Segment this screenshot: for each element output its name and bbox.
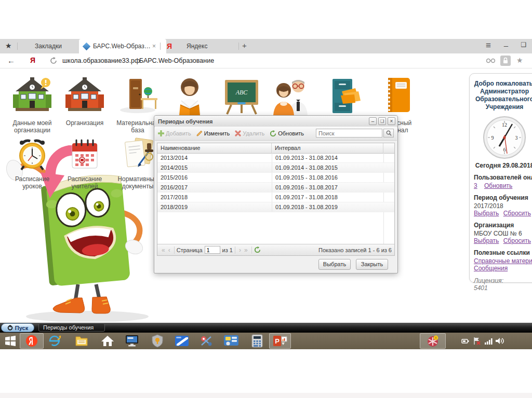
organization-select-link[interactable]: Выбрать [474, 237, 499, 244]
tray-antivirus-icon[interactable]: ! [420, 333, 446, 349]
file-explorer-icon[interactable] [74, 333, 89, 349]
period-heading: Период обучения [474, 194, 532, 201]
tile-archive[interactable] [319, 76, 369, 120]
yandex-logo[interactable]: Я [30, 56, 35, 64]
window-minimize-button[interactable]: – [500, 41, 512, 50]
address-bar[interactable]: ← Я школа.образование33.рф БАРС.Web-Обра… [0, 53, 532, 68]
tile-staff[interactable] [267, 77, 317, 119]
dialog-maximize-button[interactable]: ❑ [378, 117, 386, 125]
tile-lesson-schedule[interactable]: Расписание уроков [7, 138, 57, 190]
tab-bookmarks[interactable]: Закладки [18, 39, 79, 53]
select-button[interactable]: Выбрать [318, 259, 351, 270]
tile-pupils[interactable] [165, 76, 215, 120]
yandex-browser-icon[interactable] [20, 333, 44, 349]
analog-clock: 12369 [482, 115, 527, 160]
cell-interval: 01.09.2013 - 31.08.2014 [272, 153, 383, 162]
reference-materials-link[interactable]: Справочные материалы [474, 257, 532, 265]
dialog-toolbar: Добавить Изменить Удалить Обновить [155, 127, 397, 141]
tray-battery-icon[interactable] [460, 333, 471, 349]
dialog-title-bar[interactable]: Периоды обучения [154, 116, 397, 127]
svg-text:3: 3 [515, 135, 518, 141]
journal-notebook-icon [377, 76, 418, 115]
table-row[interactable]: 2013/2014 01.09.2013 - 31.08.2014 [157, 153, 394, 163]
bottom-margin-strip [0, 393, 532, 398]
first-page-button[interactable]: « [162, 246, 165, 254]
online-refresh-link[interactable]: Обновить [484, 182, 512, 189]
home-icon[interactable] [100, 333, 115, 349]
period-reset-link[interactable]: Сбросить [503, 210, 531, 217]
tray-network-icon[interactable] [472, 333, 482, 349]
bookmark-star-icon[interactable]: ★ [516, 56, 523, 64]
windows-start-icon[interactable] [3, 333, 18, 349]
pencil-icon [196, 130, 203, 136]
dialog-minimize-button[interactable]: – [369, 117, 377, 125]
internet-explorer-icon[interactable] [47, 333, 62, 349]
scanner-icon[interactable] [174, 333, 190, 349]
next-page-button[interactable]: › [239, 246, 241, 254]
messages-link[interactable]: Сообщения [474, 265, 532, 272]
browser-tab-strip: ★ Закладки БАРС.Web-Образование × Я Янде… [0, 39, 532, 54]
reading-mode-icon[interactable] [486, 58, 496, 63]
column-header-gutter [383, 143, 394, 153]
green-school-icon [11, 77, 53, 115]
window-maximize-button[interactable]: ❑ [517, 41, 530, 48]
removable-device-icon[interactable] [198, 333, 214, 349]
documents-stamp-icon [118, 137, 157, 171]
orange-school-icon [64, 77, 105, 115]
refresh-button[interactable]: Обновить [270, 130, 304, 137]
organization-heading: Организация [474, 222, 532, 229]
tab-bars-web-obrazovanie[interactable]: БАРС.Web-Образование × [79, 39, 166, 53]
tray-signal-icon[interactable] [483, 333, 494, 349]
tab-close-icon[interactable]: × [152, 43, 156, 50]
svg-text:P: P [275, 337, 280, 345]
organization-reset-link[interactable]: Сбросить [503, 237, 531, 244]
period-select-link[interactable]: Выбрать [474, 210, 499, 217]
browser-menu-button[interactable]: ≡ [482, 40, 495, 51]
table-row[interactable]: 2016/2017 01.09.2016 - 31.08.2017 [157, 183, 394, 193]
tile-organization[interactable]: Организация [60, 77, 110, 127]
cell-interval: 01.09.2015 - 31.08.2016 [272, 173, 383, 182]
back-button[interactable]: ← [7, 56, 15, 65]
online-count-link[interactable]: 3 [474, 182, 477, 189]
bookmarks-star-icon[interactable]: ★ [5, 42, 12, 50]
remote-desktop-icon[interactable] [124, 333, 140, 349]
table-row[interactable]: 2018/2019 01.09.2018 - 31.08.2019 [157, 202, 394, 212]
search-button[interactable] [383, 129, 394, 138]
pager-refresh-icon[interactable] [254, 246, 261, 253]
tile-org-data[interactable]: Данные моей организации [7, 77, 57, 134]
table-row[interactable]: 2014/2015 01.09.2014 - 31.08.2015 [157, 163, 394, 173]
grid-header: Наименование Интервал [157, 143, 394, 154]
board-text: ABC [235, 89, 248, 96]
delete-button[interactable]: Удалить [235, 130, 264, 136]
tab-yandex[interactable]: Я Яндекс [161, 39, 238, 53]
close-button[interactable]: Закрыть [356, 259, 388, 270]
taskbar-window-button[interactable]: Периоды обучения [38, 323, 105, 332]
tile-classes[interactable]: ABC [217, 78, 267, 119]
tray-volume-icon[interactable] [494, 333, 506, 349]
column-header-name[interactable]: Наименование [157, 143, 272, 153]
protect-lock-icon[interactable] [500, 56, 511, 66]
edit-button[interactable]: Изменить [196, 130, 230, 136]
prev-page-button[interactable]: ‹ [168, 246, 170, 254]
add-button[interactable]: Добавить [158, 130, 191, 136]
start-button[interactable]: Пуск [1, 323, 34, 332]
display-settings-icon[interactable] [222, 333, 240, 349]
tile-teacher-schedule[interactable]: Расписание учителей [60, 137, 110, 190]
powerpoint-icon[interactable]: P [269, 333, 291, 349]
page-number-input[interactable] [205, 246, 220, 254]
refresh-icon[interactable] [50, 57, 57, 64]
tile-label: Организация [60, 119, 110, 127]
column-header-interval[interactable]: Интервал [272, 143, 383, 153]
search-input[interactable] [316, 129, 382, 138]
bars-favicon [83, 42, 91, 50]
dialog-close-button[interactable]: × [388, 117, 395, 125]
last-page-button[interactable]: » [244, 246, 248, 254]
security-shield-icon[interactable] [150, 333, 165, 349]
table-row[interactable]: 2017/2018 01.09.2017 - 31.08.2018 [157, 193, 394, 202]
url-page-title: БАРС.Web-Образование [139, 57, 214, 64]
new-tab-button[interactable]: + [242, 41, 247, 50]
power-icon [7, 325, 13, 331]
license-label: Лицензия: [474, 277, 532, 284]
table-row[interactable]: 2015/2016 01.09.2015 - 31.08.2016 [157, 173, 394, 183]
calculator-icon[interactable] [249, 333, 265, 349]
